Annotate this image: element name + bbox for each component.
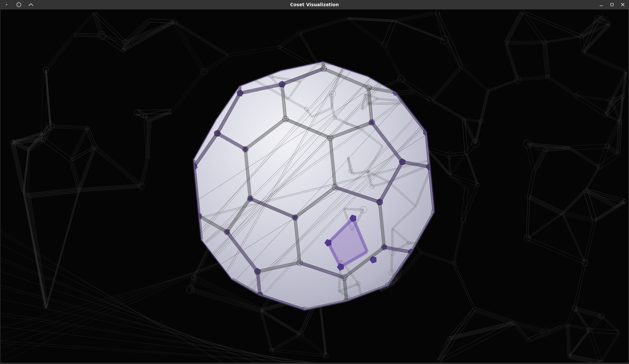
coset-graph-canvas[interactable] [1,9,628,363]
window-titlebar: Coset Visualization [0,0,629,10]
window-controls [599,0,625,9]
maximize-button[interactable] [609,2,615,7]
chevron-up-icon[interactable] [28,2,34,8]
visualization-viewport[interactable] [0,9,629,363]
app-window: Coset Visualization [0,0,629,364]
minimize-button[interactable] [599,2,604,7]
window-title: Coset Visualization [0,0,629,9]
titlebar-left-icons [4,0,34,9]
circle-icon[interactable] [16,2,22,8]
close-button[interactable] [620,2,625,7]
dot-icon [4,2,9,8]
window-bottom-border [0,363,629,364]
